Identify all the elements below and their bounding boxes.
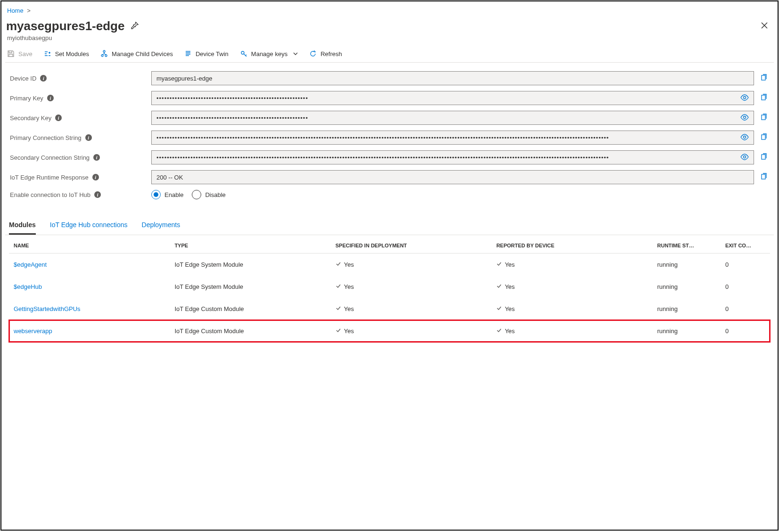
- toolbar: Save Set Modules Manage Child Devices De…: [5, 48, 774, 63]
- reveal-icon[interactable]: [740, 154, 749, 162]
- save-button: Save: [7, 50, 33, 57]
- module-name-link[interactable]: webserverapp: [9, 320, 170, 342]
- manage-child-devices-button[interactable]: Manage Child Devices: [100, 50, 173, 57]
- device-id-label: Device ID i: [10, 75, 151, 82]
- info-icon[interactable]: i: [85, 134, 92, 141]
- col-reported[interactable]: REPORTED BY DEVICE: [492, 235, 652, 254]
- col-specified[interactable]: SPECIFIED IN DEPLOYMENT: [331, 235, 492, 254]
- info-icon[interactable]: i: [94, 191, 101, 198]
- svg-point-5: [744, 96, 746, 98]
- module-type: IoT Edge System Module: [170, 254, 330, 276]
- svg-rect-4: [762, 75, 765, 80]
- check-icon: [496, 327, 502, 335]
- device-id-field[interactable]: myasegpures1-edge: [151, 71, 754, 85]
- svg-point-1: [101, 55, 103, 57]
- tabs: Modules IoT Edge Hub connections Deploym…: [5, 205, 774, 235]
- svg-rect-8: [762, 115, 765, 120]
- copy-icon[interactable]: [759, 74, 769, 83]
- copy-icon[interactable]: [759, 153, 769, 162]
- subtitle: myiothubasegpu: [5, 33, 774, 48]
- col-exit[interactable]: EXIT CO…: [721, 235, 770, 254]
- check-icon: [336, 305, 341, 312]
- check-icon: [336, 327, 341, 335]
- secondary-conn-label: Secondary Connection String i: [10, 154, 151, 161]
- info-icon[interactable]: i: [40, 75, 47, 82]
- col-name[interactable]: NAME: [9, 235, 170, 254]
- svg-rect-10: [762, 135, 765, 139]
- module-runtime: running: [653, 254, 721, 276]
- module-exit: 0: [721, 298, 770, 320]
- info-icon[interactable]: i: [93, 154, 100, 161]
- info-icon[interactable]: i: [47, 95, 54, 101]
- enable-conn-label: Enable connection to IoT Hub i: [10, 191, 151, 198]
- manage-keys-button[interactable]: Manage keys: [240, 50, 298, 57]
- check-icon: [496, 305, 502, 312]
- svg-rect-12: [762, 155, 765, 159]
- check-icon: [336, 283, 341, 290]
- svg-rect-13: [762, 174, 765, 179]
- tab-modules[interactable]: Modules: [9, 221, 36, 235]
- table-row: $edgeHubIoT Edge System Module Yes Yesru…: [9, 276, 770, 298]
- module-exit: 0: [721, 254, 770, 276]
- tab-deployments[interactable]: Deployments: [142, 221, 180, 235]
- module-exit: 0: [721, 276, 770, 298]
- refresh-button[interactable]: Refresh: [309, 50, 342, 57]
- module-type: IoT Edge System Module: [170, 276, 330, 298]
- col-type[interactable]: TYPE: [170, 235, 330, 254]
- svg-point-2: [105, 55, 107, 57]
- primary-conn-field[interactable]: ••••••••••••••••••••••••••••••••••••••••…: [151, 131, 754, 145]
- copy-icon[interactable]: [759, 114, 769, 123]
- col-runtime[interactable]: RUNTIME ST…: [653, 235, 721, 254]
- module-specified: Yes: [331, 254, 492, 276]
- set-modules-button[interactable]: Set Modules: [44, 50, 89, 57]
- reveal-icon[interactable]: [740, 114, 749, 122]
- module-reported: Yes: [492, 298, 652, 320]
- chevron-down-icon: [293, 51, 298, 56]
- page-title: myasegpures1-edge: [6, 19, 124, 33]
- module-exit: 0: [721, 320, 770, 342]
- module-type: IoT Edge Custom Module: [170, 298, 330, 320]
- copy-icon[interactable]: [759, 173, 769, 182]
- info-icon[interactable]: i: [92, 174, 99, 180]
- check-icon: [496, 283, 502, 290]
- copy-icon[interactable]: [759, 133, 769, 142]
- table-row: $edgeAgentIoT Edge System Module Yes Yes…: [9, 254, 770, 276]
- module-name-link[interactable]: GettingStartedwithGPUs: [9, 298, 170, 320]
- chevron-right-icon: >: [27, 7, 31, 14]
- breadcrumb-home[interactable]: Home: [7, 7, 24, 14]
- svg-point-11: [744, 156, 746, 158]
- module-runtime: running: [653, 276, 721, 298]
- module-name-link[interactable]: $edgeAgent: [9, 254, 170, 276]
- module-specified: Yes: [331, 276, 492, 298]
- secondary-conn-field[interactable]: ••••••••••••••••••••••••••••••••••••••••…: [151, 150, 754, 164]
- module-name-link[interactable]: $edgeHub: [9, 276, 170, 298]
- primary-key-field[interactable]: ••••••••••••••••••••••••••••••••••••••••…: [151, 91, 754, 105]
- enable-radio[interactable]: Enable: [151, 190, 183, 199]
- module-reported: Yes: [492, 320, 652, 342]
- svg-point-7: [744, 116, 746, 118]
- reveal-icon[interactable]: [740, 134, 749, 142]
- runtime-response-field[interactable]: 200 -- OK: [151, 170, 754, 184]
- check-icon: [336, 261, 341, 268]
- svg-point-0: [103, 50, 105, 52]
- module-runtime: running: [653, 320, 721, 342]
- reveal-icon[interactable]: [740, 94, 749, 102]
- table-row: GettingStartedwithGPUsIoT Edge Custom Mo…: [9, 298, 770, 320]
- copy-icon[interactable]: [759, 94, 769, 103]
- modules-table: NAME TYPE SPECIFIED IN DEPLOYMENT REPORT…: [9, 235, 770, 342]
- tab-connections[interactable]: IoT Edge Hub connections: [50, 221, 128, 235]
- module-runtime: running: [653, 298, 721, 320]
- pin-icon[interactable]: [131, 22, 139, 31]
- close-icon[interactable]: [761, 21, 768, 32]
- table-row: webserverappIoT Edge Custom Module Yes Y…: [9, 320, 770, 342]
- svg-rect-6: [762, 95, 765, 100]
- disable-radio[interactable]: Disable: [192, 190, 225, 199]
- secondary-key-field[interactable]: ••••••••••••••••••••••••••••••••••••••••…: [151, 111, 754, 125]
- breadcrumb: Home >: [5, 6, 774, 16]
- device-twin-button[interactable]: Device Twin: [184, 50, 229, 57]
- info-icon[interactable]: i: [55, 115, 62, 121]
- secondary-key-label: Secondary Key i: [10, 115, 151, 122]
- module-specified: Yes: [331, 298, 492, 320]
- check-icon: [496, 261, 502, 268]
- module-specified: Yes: [331, 320, 492, 342]
